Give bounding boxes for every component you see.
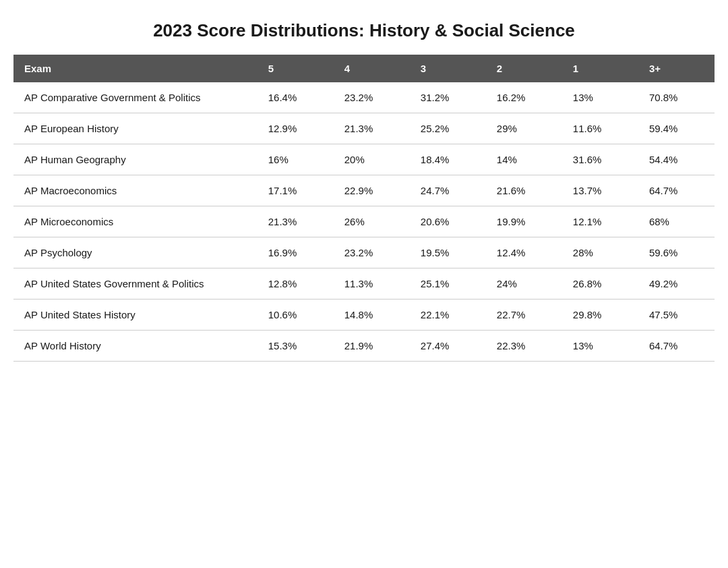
score-3plus: 70.8%: [638, 82, 715, 113]
score-1: 28%: [562, 237, 638, 268]
header-score3: 3: [410, 55, 486, 82]
table-row: AP Psychology16.9%23.2%19.5%12.4%28%59.6…: [13, 237, 715, 268]
score-1: 11.6%: [562, 113, 638, 144]
score-5: 16.9%: [257, 237, 334, 268]
table-header-row: Exam 5 4 3 2 1 3+: [13, 55, 715, 82]
score-1: 13%: [562, 82, 638, 113]
main-container: 2023 Score Distributions: History & Soci…: [13, 20, 715, 362]
score-5: 16%: [257, 144, 334, 175]
exam-name: AP European History: [13, 113, 257, 144]
score-4: 21.9%: [334, 331, 410, 362]
exam-name: AP World History: [13, 331, 257, 362]
exam-name: AP Psychology: [13, 237, 257, 268]
table-row: AP Human Geography16%20%18.4%14%31.6%54.…: [13, 144, 715, 175]
score-3: 25.1%: [410, 268, 486, 300]
table-row: AP European History12.9%21.3%25.2%29%11.…: [13, 113, 715, 144]
score-3plus: 68%: [638, 206, 715, 237]
header-exam: Exam: [13, 55, 257, 82]
exam-name: AP Human Geography: [13, 144, 257, 175]
score-3plus: 64.7%: [638, 175, 715, 206]
score-2: 16.2%: [486, 82, 562, 113]
score-2: 24%: [486, 268, 562, 300]
score-2: 19.9%: [486, 206, 562, 237]
score-4: 23.2%: [334, 82, 410, 113]
score-3plus: 59.6%: [638, 237, 715, 268]
score-1: 26.8%: [562, 268, 638, 300]
score-5: 16.4%: [257, 82, 334, 113]
header-score3plus: 3+: [638, 55, 715, 82]
table-row: AP Macroeconomics17.1%22.9%24.7%21.6%13.…: [13, 175, 715, 206]
score-3: 22.1%: [410, 300, 486, 331]
score-5: 12.9%: [257, 113, 334, 144]
header-score1: 1: [562, 55, 638, 82]
exam-name: AP Macroeconomics: [13, 175, 257, 206]
score-2: 14%: [486, 144, 562, 175]
exam-name: AP United States Government & Politics: [13, 268, 257, 300]
score-4: 23.2%: [334, 237, 410, 268]
exam-name: AP United States History: [13, 300, 257, 331]
score-4: 11.3%: [334, 268, 410, 300]
score-3: 25.2%: [410, 113, 486, 144]
score-3: 24.7%: [410, 175, 486, 206]
header-score4: 4: [334, 55, 410, 82]
score-3: 18.4%: [410, 144, 486, 175]
score-1: 12.1%: [562, 206, 638, 237]
score-2: 22.7%: [486, 300, 562, 331]
exam-name: AP Microeconomics: [13, 206, 257, 237]
score-3: 27.4%: [410, 331, 486, 362]
score-3: 20.6%: [410, 206, 486, 237]
score-5: 12.8%: [257, 268, 334, 300]
score-4: 21.3%: [334, 113, 410, 144]
score-2: 21.6%: [486, 175, 562, 206]
score-4: 20%: [334, 144, 410, 175]
score-2: 22.3%: [486, 331, 562, 362]
score-3plus: 47.5%: [638, 300, 715, 331]
score-5: 10.6%: [257, 300, 334, 331]
score-5: 17.1%: [257, 175, 334, 206]
score-1: 29.8%: [562, 300, 638, 331]
score-3plus: 49.2%: [638, 268, 715, 300]
page-title: 2023 Score Distributions: History & Soci…: [13, 20, 715, 41]
score-1: 13.7%: [562, 175, 638, 206]
score-3plus: 59.4%: [638, 113, 715, 144]
score-4: 22.9%: [334, 175, 410, 206]
score-5: 15.3%: [257, 331, 334, 362]
score-distributions-table: Exam 5 4 3 2 1 3+ AP Comparative Governm…: [13, 55, 715, 362]
table-row: AP United States History10.6%14.8%22.1%2…: [13, 300, 715, 331]
score-4: 14.8%: [334, 300, 410, 331]
score-5: 21.3%: [257, 206, 334, 237]
score-4: 26%: [334, 206, 410, 237]
score-1: 31.6%: [562, 144, 638, 175]
score-3plus: 54.4%: [638, 144, 715, 175]
exam-name: AP Comparative Government & Politics: [13, 82, 257, 113]
table-row: AP Comparative Government & Politics16.4…: [13, 82, 715, 113]
table-row: AP Microeconomics21.3%26%20.6%19.9%12.1%…: [13, 206, 715, 237]
table-row: AP World History15.3%21.9%27.4%22.3%13%6…: [13, 331, 715, 362]
score-2: 12.4%: [486, 237, 562, 268]
score-3: 31.2%: [410, 82, 486, 113]
header-score5: 5: [257, 55, 334, 82]
table-row: AP United States Government & Politics12…: [13, 268, 715, 300]
header-score2: 2: [486, 55, 562, 82]
score-3plus: 64.7%: [638, 331, 715, 362]
score-3: 19.5%: [410, 237, 486, 268]
score-1: 13%: [562, 331, 638, 362]
score-2: 29%: [486, 113, 562, 144]
